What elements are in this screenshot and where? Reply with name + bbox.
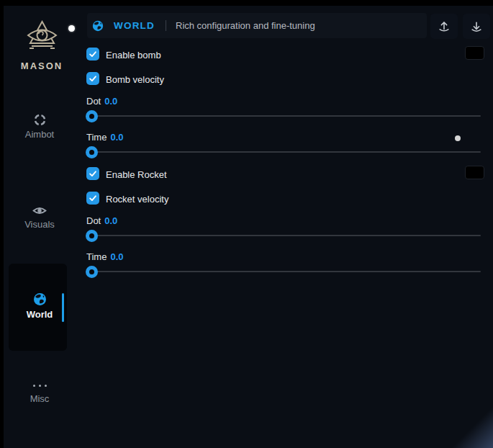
rocket-time-slider-track[interactable] — [86, 271, 481, 272]
page-title: WORLD — [114, 20, 155, 31]
rocket-dot-slider-label: Dot0.0 — [86, 215, 117, 226]
eye-icon — [32, 205, 47, 216]
sidebar-item-label: World — [4, 309, 76, 320]
rocket-dot-slider-handle[interactable] — [86, 230, 98, 242]
page-subtitle: Rich configuration and fine-tuning — [176, 20, 315, 31]
download-config-button[interactable] — [463, 14, 490, 39]
menu-window — [4, 6, 493, 448]
upload-config-button[interactable] — [430, 14, 458, 39]
rocket-time-slider-handle[interactable] — [86, 266, 98, 278]
enable-rocket-label: Enable Rocket — [106, 169, 167, 180]
rocket-color-swatch[interactable] — [465, 166, 484, 179]
sidebar-item-label: Aimbot — [4, 129, 76, 140]
checkmark-icon — [88, 73, 98, 84]
crosshair-icon — [34, 114, 46, 126]
rocket-time-slider-label: Time0.0 — [86, 251, 123, 262]
brand-name: MASON — [12, 61, 71, 71]
sidebar-item-misc[interactable]: Misc — [4, 385, 76, 404]
rocket-velocity-checkbox[interactable] — [86, 192, 99, 205]
bomb-time-slider-handle[interactable] — [86, 146, 98, 158]
rocket-time-value: 0.0 — [110, 251, 123, 262]
globe-icon — [33, 292, 47, 306]
checkmark-icon — [88, 193, 98, 203]
checkmark-icon — [88, 49, 98, 59]
header-separator — [166, 20, 166, 31]
sidebar-item-label: Visuals — [4, 219, 76, 230]
download-icon — [470, 20, 483, 33]
bomb-time-slider-track[interactable] — [86, 151, 481, 153]
sidebar-item-label: Misc — [4, 393, 76, 404]
bomb-dot-value: 0.0 — [104, 96, 117, 107]
checkmark-icon — [88, 169, 98, 179]
mason-logo-icon — [25, 19, 59, 57]
enable-bomb-checkbox[interactable] — [86, 48, 99, 61]
upload-icon — [438, 20, 451, 33]
cursor-dot — [68, 25, 75, 32]
rocket-dot-value: 0.0 — [104, 215, 117, 226]
header-bar: WORLD Rich configuration and fine-tuning — [87, 13, 427, 38]
bomb-color-swatch[interactable] — [465, 46, 484, 60]
enable-rocket-checkbox[interactable] — [86, 167, 99, 180]
ellipsis-icon — [4, 385, 76, 387]
bomb-time-slider-label: Time0.0 — [86, 132, 123, 143]
sidebar-item-aimbot[interactable]: Aimbot — [4, 114, 76, 140]
bomb-dot-slider-label: Dot0.0 — [86, 96, 117, 107]
bomb-dot-slider-handle[interactable] — [86, 110, 98, 122]
globe-icon — [92, 20, 104, 32]
enable-bomb-label: Enable bomb — [106, 50, 161, 61]
bomb-velocity-checkbox[interactable] — [86, 72, 99, 85]
bomb-time-value: 0.0 — [110, 132, 123, 143]
rocket-dot-slider-track[interactable] — [86, 235, 481, 236]
bomb-velocity-label: Bomb velocity — [106, 74, 164, 85]
bomb-dot-slider-track[interactable] — [86, 115, 481, 117]
sidebar-item-visuals[interactable]: Visuals — [4, 205, 76, 230]
sidebar-item-world[interactable]: World — [4, 292, 76, 320]
corner-glow — [443, 406, 493, 448]
rocket-velocity-label: Rocket velocity — [106, 194, 168, 205]
particle-dot — [455, 135, 461, 141]
active-tab-indicator — [62, 293, 64, 322]
